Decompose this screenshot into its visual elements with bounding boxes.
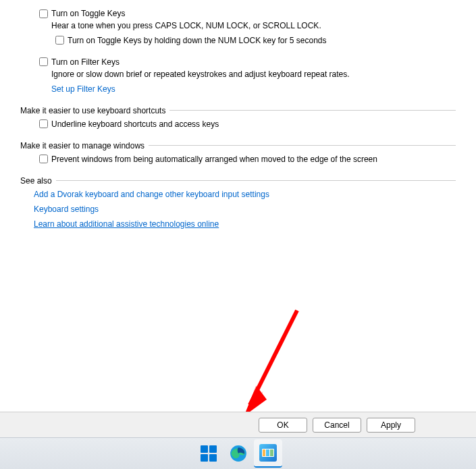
prevent-arrange-checkbox[interactable] xyxy=(39,155,48,163)
seealso-link-keyboard-settings[interactable]: Keyboard settings xyxy=(34,204,456,214)
windows-logo-icon xyxy=(201,445,217,462)
dialog-content: Turn on Toggle Keys Hear a tone when you… xyxy=(0,0,476,229)
taskbar xyxy=(0,437,476,469)
toggle-keys-numlock-row: Turn on Toggle Keys by holding down the … xyxy=(55,36,456,45)
section-shortcuts-title: Make it easier to use keyboard shortcuts xyxy=(20,106,169,115)
underline-shortcuts-row: Underline keyboard shortcuts and access … xyxy=(39,119,456,129)
see-also-links: Add a Dvorak keyboard and change other k… xyxy=(34,190,456,229)
section-rule xyxy=(56,180,456,181)
filter-keys-checkbox[interactable] xyxy=(39,57,48,66)
control-panel-icon xyxy=(259,444,277,462)
toggle-keys-row: Turn on Toggle Keys xyxy=(39,9,456,18)
toggle-keys-numlock-label[interactable]: Turn on Toggle Keys by holding down the … xyxy=(68,36,327,45)
toggle-keys-numlock-checkbox[interactable] xyxy=(55,36,64,45)
control-panel-taskbar-button[interactable] xyxy=(254,439,282,468)
svg-line-0 xyxy=(250,310,297,405)
toggle-keys-label[interactable]: Turn on Toggle Keys xyxy=(51,9,125,18)
filter-keys-label[interactable]: Turn on Filter Keys xyxy=(51,57,120,67)
dialog-button-bar: OK Cancel Apply xyxy=(0,412,476,437)
toggle-keys-desc: Hear a tone when you press CAPS LOCK, NU… xyxy=(51,20,456,32)
setup-filter-keys-link[interactable]: Set up Filter Keys xyxy=(51,84,115,94)
annotation-arrow xyxy=(230,304,311,425)
prevent-arrange-row: Prevent windows from being automatically… xyxy=(39,155,456,164)
edge-icon xyxy=(230,445,247,462)
section-seealso-title: See also xyxy=(20,176,56,186)
ok-button[interactable]: OK xyxy=(259,418,307,433)
start-button[interactable] xyxy=(194,439,223,468)
toggle-keys-checkbox[interactable] xyxy=(39,9,48,18)
underline-shortcuts-label[interactable]: Underline keyboard shortcuts and access … xyxy=(51,119,219,129)
cancel-button[interactable]: Cancel xyxy=(313,418,361,433)
edge-taskbar-button[interactable] xyxy=(224,439,253,468)
section-windows-header: Make it easier to manage windows xyxy=(20,141,456,150)
underline-shortcuts-checkbox[interactable] xyxy=(39,119,48,128)
section-rule xyxy=(169,110,456,111)
seealso-link-dvorak[interactable]: Add a Dvorak keyboard and change other k… xyxy=(34,190,456,199)
seealso-link-assistive-tech[interactable]: Learn about additional assistive technol… xyxy=(34,219,456,229)
section-shortcuts-header: Make it easier to use keyboard shortcuts xyxy=(20,106,456,115)
section-rule xyxy=(149,145,456,146)
filter-keys-row: Turn on Filter Keys xyxy=(39,57,456,67)
prevent-arrange-label[interactable]: Prevent windows from being automatically… xyxy=(51,155,377,164)
section-seealso-header: See also xyxy=(20,176,456,186)
svg-marker-1 xyxy=(244,385,263,415)
apply-button[interactable]: Apply xyxy=(367,418,415,433)
section-windows-title: Make it easier to manage windows xyxy=(20,141,149,150)
filter-keys-desc: Ignore or slow down brief or repeated ke… xyxy=(51,69,456,80)
